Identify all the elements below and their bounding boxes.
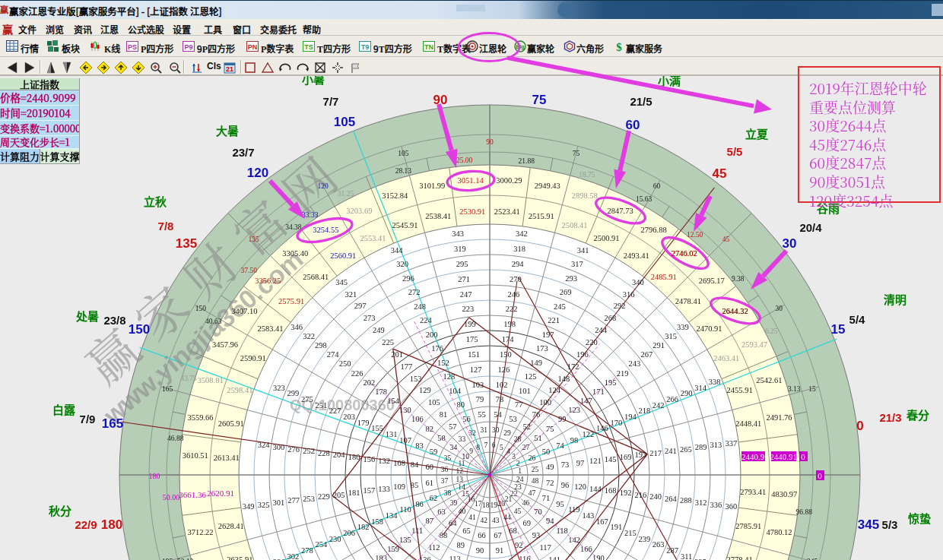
svg-text:135: 135: [248, 236, 259, 243]
svg-text:242: 242: [652, 401, 665, 410]
svg-text:344: 344: [391, 246, 404, 255]
svg-text:264: 264: [665, 495, 678, 503]
svg-text:343: 343: [452, 229, 464, 238]
svg-text:20/4: 20/4: [799, 221, 822, 234]
svg-text:253: 253: [303, 495, 315, 503]
svg-text:166: 166: [580, 545, 592, 553]
svg-text:小暑: 小暑: [302, 76, 325, 87]
svg-text:56: 56: [462, 415, 471, 423]
svg-text:337: 337: [725, 439, 737, 448]
svg-text:2440.91: 2440.91: [770, 452, 797, 461]
svg-text:7/7: 7/7: [323, 95, 339, 108]
svg-text:22: 22: [510, 490, 518, 498]
svg-text:3051.14: 3051.14: [458, 176, 484, 185]
svg-text:177: 177: [401, 362, 413, 371]
svg-text:287: 287: [666, 546, 678, 555]
svg-text:245: 245: [554, 302, 566, 311]
svg-text:216: 216: [634, 491, 646, 499]
svg-text:91: 91: [496, 546, 504, 555]
svg-text:251: 251: [315, 401, 327, 410]
svg-text:312: 312: [695, 498, 707, 507]
svg-text:11: 11: [458, 460, 465, 467]
svg-text:274: 274: [327, 350, 340, 359]
svg-text:339: 339: [677, 323, 689, 331]
svg-text:73: 73: [561, 460, 570, 469]
svg-text:131: 131: [386, 430, 398, 438]
svg-text:241: 241: [665, 447, 677, 455]
svg-text:295: 295: [456, 260, 468, 268]
svg-text:155: 155: [371, 424, 383, 432]
svg-text:103: 103: [472, 381, 484, 389]
svg-text:317: 317: [571, 260, 583, 268]
svg-text:2746.02: 2746.02: [672, 249, 697, 258]
svg-text:323: 323: [273, 384, 285, 392]
svg-text:75: 75: [546, 425, 554, 433]
svg-text:180: 180: [348, 453, 360, 461]
svg-text:51: 51: [534, 434, 542, 442]
svg-text:342: 342: [516, 229, 528, 238]
svg-text:5/5: 5/5: [727, 145, 743, 158]
svg-text:25.00: 25.00: [456, 157, 473, 164]
svg-text:153: 153: [410, 375, 422, 383]
svg-text:2523.41: 2523.41: [494, 207, 520, 216]
svg-text:T9: T9: [361, 43, 370, 51]
svg-text:40.63: 40.63: [205, 318, 222, 325]
svg-text:3661.36: 3661.36: [179, 490, 206, 499]
svg-text:178: 178: [375, 388, 387, 396]
svg-text:316: 316: [623, 290, 635, 299]
svg-text:87: 87: [425, 517, 433, 525]
svg-text:110: 110: [399, 505, 411, 514]
svg-text:3457.96: 3457.96: [212, 340, 238, 349]
svg-text:269: 269: [560, 288, 572, 296]
svg-text:2448.41: 2448.41: [735, 419, 761, 428]
svg-text:4780.12: 4780.12: [766, 528, 792, 536]
svg-text:79: 79: [476, 395, 484, 403]
svg-text:36: 36: [441, 466, 449, 473]
svg-text:170: 170: [610, 419, 622, 427]
svg-text:26: 26: [529, 454, 536, 462]
svg-text:298: 298: [315, 341, 327, 350]
svg-text:223: 223: [462, 305, 474, 313]
svg-text:60: 60: [626, 118, 640, 132]
svg-text:64: 64: [449, 519, 457, 527]
svg-text:120: 120: [247, 166, 268, 180]
svg-text:2470.91: 2470.91: [696, 324, 722, 333]
svg-text:7: 7: [484, 441, 487, 449]
svg-text:PN: PN: [248, 43, 258, 51]
svg-text:白露: 白露: [52, 401, 76, 417]
svg-text:173: 173: [536, 344, 548, 353]
svg-text:109: 109: [393, 482, 405, 491]
svg-text:176: 176: [431, 344, 443, 353]
svg-text:200: 200: [426, 331, 438, 339]
svg-text:37.50: 37.50: [241, 267, 258, 274]
svg-text:2796.88: 2796.88: [641, 226, 667, 234]
svg-text:12: 12: [456, 467, 464, 475]
svg-text:83: 83: [415, 441, 424, 450]
svg-text:297: 297: [354, 302, 367, 310]
svg-text:12.50: 12.50: [687, 231, 703, 239]
svg-text:192: 192: [620, 489, 632, 497]
svg-text:清明: 清明: [884, 291, 906, 307]
svg-text:107: 107: [399, 436, 411, 445]
svg-text:272: 272: [408, 288, 421, 296]
svg-text:0: 0: [856, 419, 863, 433]
svg-text:立夏: 立夏: [745, 125, 769, 141]
svg-text:43.75: 43.75: [180, 375, 197, 382]
svg-text:2695.17: 2695.17: [699, 277, 725, 285]
svg-text:77: 77: [515, 400, 523, 409]
svg-text:145: 145: [605, 455, 617, 464]
svg-text:2515.91: 2515.91: [529, 212, 554, 220]
svg-text:2949.43: 2949.43: [535, 182, 560, 190]
svg-text:2590.91: 2590.91: [240, 354, 266, 362]
svg-text:33: 33: [459, 435, 466, 443]
svg-text:67: 67: [494, 531, 502, 539]
svg-text:2485.91: 2485.91: [651, 273, 677, 281]
svg-text:124: 124: [548, 386, 561, 394]
svg-text:7/8: 7/8: [158, 220, 174, 233]
svg-text:320: 320: [396, 260, 408, 268]
svg-text:1: 1: [518, 467, 522, 475]
svg-text:150: 150: [195, 305, 207, 312]
svg-text:113: 113: [449, 555, 460, 560]
svg-text:143: 143: [582, 511, 594, 520]
svg-text:50: 50: [542, 448, 551, 456]
